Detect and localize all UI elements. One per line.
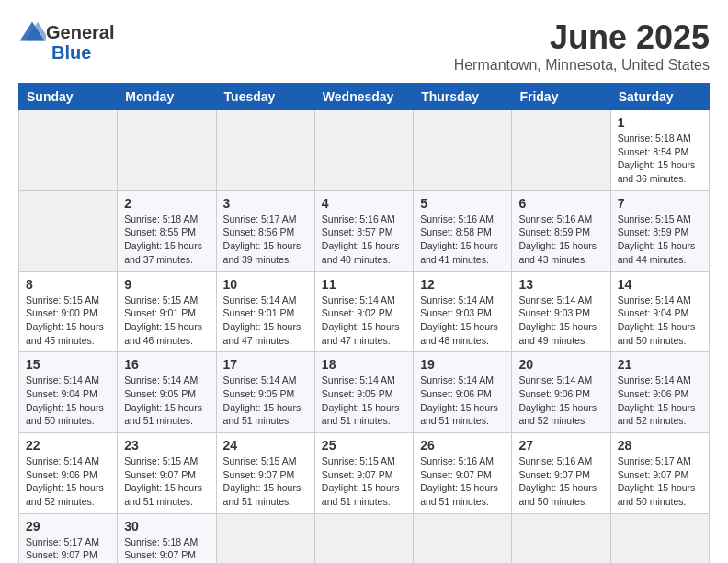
calendar-week-6: 29Sunrise: 5:17 AMSunset: 9:07 PMDayligh…	[19, 513, 710, 563]
calendar-cell: 28Sunrise: 5:17 AMSunset: 9:07 PMDayligh…	[610, 433, 709, 514]
day-info: Sunrise: 5:14 AMSunset: 9:01 PMDaylight:…	[223, 293, 308, 348]
day-number: 6	[518, 196, 603, 211]
day-number: 19	[420, 357, 505, 372]
day-info: Sunrise: 5:14 AMSunset: 9:04 PMDaylight:…	[618, 293, 702, 348]
day-number: 26	[420, 438, 505, 453]
day-info: Sunrise: 5:18 AMSunset: 9:07 PMDaylight:…	[124, 535, 209, 563]
calendar-cell: 22Sunrise: 5:14 AMSunset: 9:06 PMDayligh…	[19, 433, 118, 514]
calendar-cell: 21Sunrise: 5:14 AMSunset: 9:06 PMDayligh…	[610, 352, 709, 433]
day-info: Sunrise: 5:17 AMSunset: 8:56 PMDaylight:…	[223, 213, 308, 267]
day-info: Sunrise: 5:14 AMSunset: 9:05 PMDaylight:…	[223, 373, 308, 428]
calendar-header-sunday: Sunday	[19, 84, 118, 110]
calendar-cell: 2Sunrise: 5:18 AMSunset: 8:55 PMDaylight…	[118, 190, 216, 271]
day-number: 21	[618, 357, 702, 372]
calendar-cell: 3Sunrise: 5:17 AMSunset: 8:56 PMDaylight…	[216, 190, 314, 271]
day-number: 7	[618, 196, 702, 211]
logo-icon	[18, 18, 46, 46]
day-number: 17	[223, 357, 308, 372]
day-number: 29	[26, 519, 110, 534]
logo-blue: Blue	[51, 42, 91, 63]
calendar-cell: 17Sunrise: 5:14 AMSunset: 9:05 PMDayligh…	[216, 352, 314, 433]
day-info: Sunrise: 5:16 AMSunset: 8:59 PMDaylight:…	[518, 213, 603, 267]
day-info: Sunrise: 5:14 AMSunset: 9:06 PMDaylight:…	[26, 454, 110, 509]
day-number: 14	[618, 277, 702, 292]
header: General Blue June 2025 Hermantown, Minne…	[18, 18, 710, 74]
calendar-cell: 18Sunrise: 5:14 AMSunset: 9:05 PMDayligh…	[314, 352, 413, 433]
calendar-cell	[216, 110, 314, 191]
calendar-cell: 15Sunrise: 5:14 AMSunset: 9:04 PMDayligh…	[19, 352, 118, 433]
calendar-cell: 4Sunrise: 5:16 AMSunset: 8:57 PMDaylight…	[314, 190, 413, 271]
calendar-cell: 7Sunrise: 5:15 AMSunset: 8:59 PMDaylight…	[610, 190, 709, 271]
calendar-week-3: 8Sunrise: 5:15 AMSunset: 9:00 PMDaylight…	[19, 271, 710, 352]
calendar-cell	[314, 110, 413, 191]
day-info: Sunrise: 5:15 AMSunset: 9:07 PMDaylight:…	[322, 454, 406, 509]
day-info: Sunrise: 5:15 AMSunset: 9:07 PMDaylight:…	[223, 454, 308, 509]
calendar-cell	[512, 513, 610, 563]
day-number: 30	[124, 519, 209, 534]
calendar-cell: 9Sunrise: 5:15 AMSunset: 9:01 PMDaylight…	[118, 271, 216, 352]
logo: General Blue	[18, 18, 114, 63]
logo-general: General	[46, 22, 114, 43]
day-number: 9	[124, 277, 209, 292]
day-info: Sunrise: 5:16 AMSunset: 8:57 PMDaylight:…	[322, 213, 406, 267]
day-number: 11	[322, 277, 406, 292]
day-info: Sunrise: 5:14 AMSunset: 9:06 PMDaylight:…	[618, 373, 702, 428]
day-number: 27	[518, 438, 603, 453]
calendar-cell: 26Sunrise: 5:16 AMSunset: 9:07 PMDayligh…	[414, 433, 512, 514]
calendar-cell: 14Sunrise: 5:14 AMSunset: 9:04 PMDayligh…	[610, 271, 709, 352]
day-info: Sunrise: 5:14 AMSunset: 9:05 PMDaylight:…	[322, 373, 406, 428]
day-info: Sunrise: 5:15 AMSunset: 9:00 PMDaylight:…	[26, 293, 110, 348]
calendar-cell: 11Sunrise: 5:14 AMSunset: 9:02 PMDayligh…	[314, 271, 413, 352]
day-number: 28	[618, 438, 702, 453]
day-number: 10	[223, 277, 308, 292]
day-info: Sunrise: 5:15 AMSunset: 8:59 PMDaylight:…	[618, 213, 702, 267]
calendar-cell	[118, 110, 216, 191]
day-number: 8	[26, 277, 110, 292]
day-info: Sunrise: 5:16 AMSunset: 8:58 PMDaylight:…	[420, 213, 505, 267]
calendar-cell: 13Sunrise: 5:14 AMSunset: 9:03 PMDayligh…	[512, 271, 610, 352]
day-info: Sunrise: 5:14 AMSunset: 9:05 PMDaylight:…	[124, 373, 209, 428]
day-number: 2	[124, 196, 209, 211]
day-number: 3	[223, 196, 308, 211]
day-info: Sunrise: 5:15 AMSunset: 9:01 PMDaylight:…	[124, 293, 209, 348]
month-title: June 2025	[454, 18, 710, 57]
day-info: Sunrise: 5:14 AMSunset: 9:06 PMDaylight:…	[518, 373, 603, 428]
day-info: Sunrise: 5:17 AMSunset: 9:07 PMDaylight:…	[26, 535, 110, 563]
calendar-cell: 6Sunrise: 5:16 AMSunset: 8:59 PMDaylight…	[512, 190, 610, 271]
calendar-cell	[610, 513, 709, 563]
day-number: 4	[322, 196, 406, 211]
calendar-cell: 5Sunrise: 5:16 AMSunset: 8:58 PMDaylight…	[414, 190, 512, 271]
day-number: 15	[26, 357, 110, 372]
calendar-week-5: 22Sunrise: 5:14 AMSunset: 9:06 PMDayligh…	[19, 433, 710, 514]
calendar-cell: 24Sunrise: 5:15 AMSunset: 9:07 PMDayligh…	[216, 433, 314, 514]
day-info: Sunrise: 5:14 AMSunset: 9:03 PMDaylight:…	[420, 293, 505, 348]
calendar-week-2: 2Sunrise: 5:18 AMSunset: 8:55 PMDaylight…	[19, 190, 710, 271]
calendar-header-thursday: Thursday	[414, 84, 512, 110]
calendar-cell: 20Sunrise: 5:14 AMSunset: 9:06 PMDayligh…	[512, 352, 610, 433]
calendar-header-row: SundayMondayTuesdayWednesdayThursdayFrid…	[19, 84, 710, 110]
calendar-cell: 23Sunrise: 5:15 AMSunset: 9:07 PMDayligh…	[118, 433, 216, 514]
day-info: Sunrise: 5:16 AMSunset: 9:07 PMDaylight:…	[420, 454, 505, 509]
day-number: 16	[124, 357, 209, 372]
day-number: 13	[518, 277, 603, 292]
day-number: 22	[26, 438, 110, 453]
day-info: Sunrise: 5:18 AMSunset: 8:54 PMDaylight:…	[618, 132, 702, 186]
day-info: Sunrise: 5:14 AMSunset: 9:06 PMDaylight:…	[420, 373, 505, 428]
calendar-cell: 29Sunrise: 5:17 AMSunset: 9:07 PMDayligh…	[19, 513, 118, 563]
calendar-cell: 16Sunrise: 5:14 AMSunset: 9:05 PMDayligh…	[118, 352, 216, 433]
calendar-header-tuesday: Tuesday	[216, 84, 314, 110]
day-info: Sunrise: 5:14 AMSunset: 9:03 PMDaylight:…	[518, 293, 603, 348]
calendar-cell: 10Sunrise: 5:14 AMSunset: 9:01 PMDayligh…	[216, 271, 314, 352]
calendar-week-1: 1Sunrise: 5:18 AMSunset: 8:54 PMDaylight…	[19, 110, 710, 191]
day-number: 24	[223, 438, 308, 453]
day-number: 18	[322, 357, 406, 372]
day-number: 5	[420, 196, 505, 211]
calendar-header-friday: Friday	[512, 84, 610, 110]
day-info: Sunrise: 5:16 AMSunset: 9:07 PMDaylight:…	[518, 454, 603, 509]
calendar-cell	[414, 110, 512, 191]
calendar-cell	[19, 110, 118, 191]
calendar-cell	[19, 190, 118, 271]
day-info: Sunrise: 5:15 AMSunset: 9:07 PMDaylight:…	[124, 454, 209, 509]
day-number: 23	[124, 438, 209, 453]
calendar-cell	[414, 513, 512, 563]
